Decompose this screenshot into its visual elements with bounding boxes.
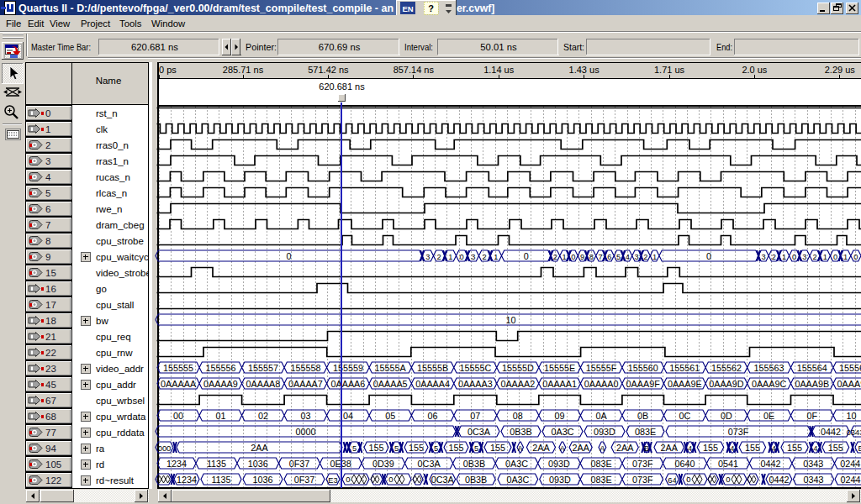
svg-text:1135: 1135 [211,475,230,485]
svg-text:9: 9 [580,253,584,261]
svg-text:6: 6 [45,204,50,214]
svg-text:2.29 us: 2.29 us [825,65,856,75]
svg-text:155: 155 [409,443,424,453]
svg-text:15555D: 15555D [502,363,534,373]
svg-text:5: 5 [394,444,399,453]
svg-text:B: B [644,444,649,453]
svg-text:0: 0 [792,253,796,261]
svg-text:Project: Project [81,18,111,29]
svg-text:8: 8 [589,253,594,261]
svg-text:Interval:: Interval: [404,42,433,52]
svg-text:0AAA9A: 0AAA9A [837,379,861,389]
svg-text:3: 3 [762,253,766,261]
svg-text:rst_n: rst_n [96,108,118,118]
svg-text:7: 7 [599,253,603,261]
svg-text:083E: 083E [590,459,611,469]
svg-text:bw: bw [96,316,108,326]
svg-text:0: 0 [706,251,711,261]
svg-text:cpu_wrbsel: cpu_wrbsel [96,396,145,406]
svg-text:cpu_strobe: cpu_strobe [96,236,144,246]
svg-text:0: 0 [524,251,529,261]
svg-text:A: A [518,444,524,453]
svg-text:1036: 1036 [248,459,268,469]
svg-text:21: 21 [45,332,56,342]
svg-text:1.71 us: 1.71 us [654,65,685,75]
svg-text:155: 155 [490,443,505,453]
svg-text:0: 0 [833,253,837,261]
svg-text:3: 3 [635,253,639,261]
svg-text:2: 2 [483,253,487,261]
svg-text:rwe_n: rwe_n [96,204,122,214]
svg-text:2: 2 [643,253,647,261]
svg-text:155560: 155560 [628,363,658,373]
svg-text:Pointer:: Pointer: [246,42,277,52]
svg-text:?: ? [428,3,434,13]
svg-text:2: 2 [772,253,776,261]
svg-text:10: 10 [505,315,515,325]
svg-text:Start:: Start: [563,42,584,52]
svg-text:0AAA9C: 0AAA9C [752,379,787,389]
svg-text:E: E [858,444,861,453]
svg-text:2AA: 2AA [616,443,634,453]
svg-text:0E: 0E [763,411,774,421]
svg-text:0000: 0000 [295,427,315,437]
svg-text:15555E: 15555E [544,363,575,373]
svg-text:0AAAAA: 0AAAAA [161,379,197,389]
svg-text:0343: 0343 [803,475,823,485]
svg-text:15555C: 15555C [459,363,491,373]
svg-text:1: 1 [652,253,657,261]
svg-text:155561: 155561 [669,363,700,373]
svg-text:0F37: 0F37 [294,475,315,485]
svg-text:cpu_rnw: cpu_rnw [96,348,133,358]
svg-text:5: 5 [616,253,621,261]
svg-text:ra: ra [96,444,105,454]
svg-text:15555A: 15555A [375,363,407,373]
svg-text:0D: 0D [721,411,732,421]
svg-text:0442: 0442 [761,459,781,469]
svg-text:cpu_rddata: cpu_rddata [96,428,145,438]
svg-text:2AA: 2AA [251,443,268,453]
svg-text:0: 0 [286,251,291,261]
svg-text:0: 0 [460,253,464,261]
svg-text:0F: 0F [806,411,817,421]
svg-text:0C3A: 0C3A [467,427,491,437]
svg-text:0AAA9E: 0AAA9E [668,379,702,389]
svg-text:6: 6 [607,253,611,261]
svg-text:0C: 0C [679,411,690,421]
svg-text:18: 18 [45,316,56,326]
svg-text:File: File [6,18,21,29]
svg-text:093D: 093D [549,475,571,485]
svg-text:10: 10 [846,411,856,421]
svg-text:2: 2 [45,140,50,150]
svg-text:0343: 0343 [803,459,823,469]
svg-text:0B3B: 0B3B [510,427,531,437]
svg-text:0: 0 [571,253,575,261]
svg-text:Tools: Tools [119,18,142,29]
svg-text:1135: 1135 [207,459,226,469]
svg-text:05: 05 [385,411,395,421]
svg-text:0AAAA9: 0AAAA9 [203,379,238,389]
svg-text:06: 06 [428,411,438,421]
svg-text:093D: 093D [594,427,615,437]
svg-text:4: 4 [772,444,776,453]
svg-text:15: 15 [45,268,56,278]
svg-text:Quartus II - D:/d/pentevo/fpga: Quartus II - D:/d/pentevo/fpga/_ver0.00/… [18,3,394,14]
svg-text:0D39: 0D39 [372,459,394,469]
svg-text:5: 5 [352,444,357,453]
svg-text:670.69 ns: 670.69 ns [319,42,361,52]
svg-text:22: 22 [45,348,56,358]
svg-text:155: 155 [368,443,383,453]
svg-text:0AAAA3: 0AAAA3 [458,379,493,389]
svg-text:073F: 073F [632,459,653,469]
svg-text:Edit: Edit [28,18,45,29]
svg-text:2AA: 2AA [660,443,678,453]
svg-text:4: 4 [730,444,734,453]
svg-text:Master Time Bar:: Master Time Bar: [31,42,91,52]
svg-text:E3: E3 [328,476,337,485]
svg-text:155556: 155556 [205,363,235,373]
svg-text:0: 0 [726,475,730,484]
svg-text:0F37: 0F37 [289,459,310,469]
svg-text:cpu_waitcyc: cpu_waitcyc [96,252,149,262]
svg-text:0AAA9B: 0AAA9B [795,379,829,389]
svg-text:155559: 155559 [333,363,363,373]
